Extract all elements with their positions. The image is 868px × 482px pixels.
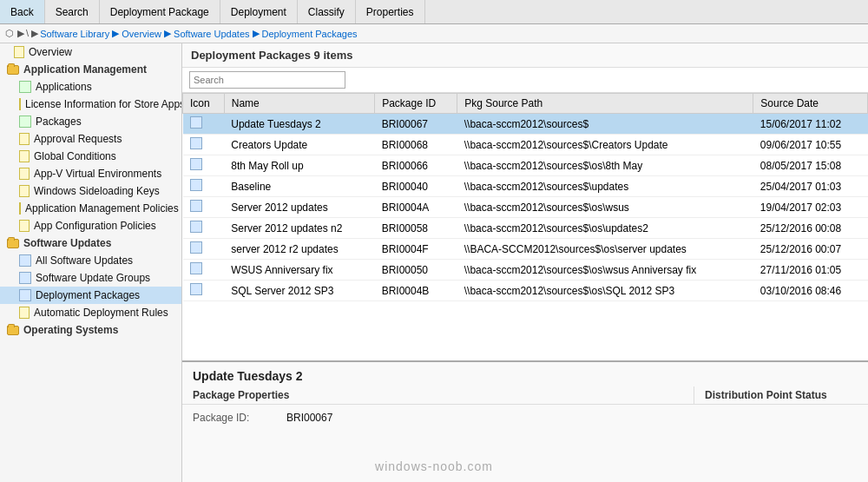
sidebar-label: Packages xyxy=(36,116,82,128)
table-row[interactable]: Update Tuesdays 2 BRI00067 \\baca-sccm20… xyxy=(183,114,868,135)
cell-name: Server 2012 updates xyxy=(224,197,374,218)
main-layout: OverviewApplication ManagementApplicatio… xyxy=(0,43,868,482)
cell-pkg-source-path: \\baca-sccm2012\sources$\os\wsus Anniver… xyxy=(457,260,753,281)
pkg-row-icon xyxy=(190,116,202,129)
cell-pkg-source-path: \\BACA-SCCM2012\sources$\os\server updat… xyxy=(457,239,753,260)
sidebar-item-appv-virtual[interactable]: App-V Virtual Environments xyxy=(0,165,181,182)
properties-button[interactable]: Properties xyxy=(356,0,425,23)
breadcrumb-overview[interactable]: Overview xyxy=(122,29,161,39)
breadcrumb-deployment-packages[interactable]: Deployment Packages xyxy=(262,29,358,39)
doc-icon xyxy=(19,307,30,319)
sidebar-item-all-sw-updates[interactable]: All Software Updates xyxy=(0,252,181,269)
col-name[interactable]: Name xyxy=(224,94,374,114)
sidebar-label: App-V Virtual Environments xyxy=(34,168,161,180)
cell-source-date: 25/12/2016 00:07 xyxy=(753,239,868,260)
cell-name: Baseline xyxy=(224,176,374,197)
table-row[interactable]: Creators Update BRI00068 \\baca-sccm2012… xyxy=(183,135,868,155)
doc-icon xyxy=(19,202,21,215)
breadcrumb: ⬡ ▶ \ ▶ Software Library ▶ Overview ▶ So… xyxy=(0,24,868,43)
sidebar-item-app-mgmt[interactable]: Application Management xyxy=(0,61,181,78)
pkg-row-icon xyxy=(190,262,202,274)
sidebar-item-global-cond[interactable]: Global Conditions xyxy=(0,148,181,165)
cell-pkg-source-path: \\baca-sccm2012\sources$ xyxy=(457,114,753,135)
sidebar-item-operating-systems[interactable]: Operating Systems xyxy=(0,321,181,339)
pkg-icon xyxy=(19,289,31,301)
breadcrumb-software-updates[interactable]: Software Updates xyxy=(174,29,249,39)
cell-name: Creators Update xyxy=(224,135,374,155)
col-pkg-source-path[interactable]: Pkg Source Path xyxy=(457,94,753,114)
col-package-id[interactable]: Package ID xyxy=(375,94,457,114)
sidebar-item-sw-update-groups[interactable]: Software Update Groups xyxy=(0,269,181,287)
folder-icon xyxy=(7,239,19,248)
cell-package-id: BRI0004B xyxy=(375,281,457,301)
cell-icon xyxy=(183,135,225,155)
sidebar-item-win-sideload[interactable]: Windows Sideloading Keys xyxy=(0,182,181,200)
sidebar-label: Software Updates xyxy=(23,237,111,249)
pkg-row-icon xyxy=(190,158,202,170)
doc-icon xyxy=(19,185,30,197)
table-row[interactable]: SQL Server 2012 SP3 BRI0004B \\baca-sccm… xyxy=(183,281,868,301)
sidebar-label: Approval Requests xyxy=(34,133,122,145)
table-row[interactable]: 8th May Roll up BRI00066 \\baca-sccm2012… xyxy=(183,155,868,176)
pkg-row-icon xyxy=(190,241,202,254)
bottom-panel-col2: Distribution Point Status xyxy=(694,386,868,404)
bottom-panel-cols: Package Properties Distribution Point St… xyxy=(182,386,868,405)
sidebar-item-applications[interactable]: Applications xyxy=(0,78,181,96)
col-source-date[interactable]: Source Date xyxy=(753,94,868,114)
sidebar-label: App Configuration Policies xyxy=(34,220,156,232)
sidebar-label: Windows Sideloading Keys xyxy=(34,185,160,197)
sidebar-item-app-mgmt-pol[interactable]: Application Management Policies xyxy=(0,200,181,217)
table-container: Icon Name Package ID Pkg Source Path Sou… xyxy=(182,93,868,360)
table-row[interactable]: Baseline BRI00040 \\baca-sccm2012\source… xyxy=(183,176,868,197)
sidebar-item-auto-deploy-rules[interactable]: Automatic Deployment Rules xyxy=(0,304,181,321)
packages-table: Icon Name Package ID Pkg Source Path Sou… xyxy=(182,93,868,301)
breadcrumb-software-library[interactable]: Software Library xyxy=(40,29,109,39)
cell-source-date: 08/05/2017 15:08 xyxy=(753,155,868,176)
cell-package-id: BRI0004A xyxy=(375,197,457,218)
cell-icon xyxy=(183,197,225,218)
doc-icon xyxy=(19,98,21,110)
cell-icon xyxy=(183,155,225,176)
sidebar-item-approval-req[interactable]: Approval Requests xyxy=(0,130,181,148)
col-icon[interactable]: Icon xyxy=(183,94,225,114)
cell-icon xyxy=(183,114,225,135)
cell-icon xyxy=(183,281,225,301)
deployment-button[interactable]: Deployment xyxy=(220,0,298,23)
back-button[interactable]: Back xyxy=(0,0,45,23)
cell-package-id: BRI00067 xyxy=(375,114,457,135)
pkg-row-icon xyxy=(190,221,202,233)
sidebar-item-packages[interactable]: Packages xyxy=(0,113,181,130)
sidebar-label: Overview xyxy=(29,46,72,58)
bottom-panel-col1: Package Properties xyxy=(182,386,694,404)
sidebar-item-sw-updates[interactable]: Software Updates xyxy=(0,234,181,252)
search-bar xyxy=(182,68,868,93)
cell-package-id: BRI00068 xyxy=(375,135,457,155)
sidebar-item-license-info[interactable]: License Information for Store Apps xyxy=(0,96,181,113)
search-input[interactable] xyxy=(189,71,345,89)
classify-button[interactable]: Classify xyxy=(298,0,356,23)
sidebar-label: Operating Systems xyxy=(23,324,118,336)
folder-icon xyxy=(7,326,19,335)
cell-icon xyxy=(183,239,225,260)
table-row[interactable]: Server 2012 updates n2 BRI00058 \\baca-s… xyxy=(183,218,868,239)
cell-source-date: 15/06/2017 11:02 xyxy=(753,114,868,135)
cell-package-id: BRI00058 xyxy=(375,218,457,239)
sidebar-label: Global Conditions xyxy=(34,150,116,162)
sidebar-item-app-config-pol[interactable]: App Configuration Policies xyxy=(0,217,181,234)
sidebar-item-deployment-pkgs[interactable]: Deployment Packages xyxy=(0,287,181,304)
cell-pkg-source-path: \\baca-sccm2012\sources$\os\8th May xyxy=(457,155,753,176)
table-row[interactable]: WSUS Anniversary fix BRI00050 \\baca-scc… xyxy=(183,260,868,281)
sidebar-label: Application Management xyxy=(23,63,147,76)
pkg-icon xyxy=(19,272,31,284)
table-row[interactable]: server 2012 r2 updates BRI0004F \\BACA-S… xyxy=(183,239,868,260)
deployment-package-button[interactable]: Deployment Package xyxy=(100,0,220,23)
folder-icon xyxy=(7,65,19,75)
table-row[interactable]: Server 2012 updates BRI0004A \\baca-sccm… xyxy=(183,197,868,218)
cell-icon xyxy=(183,260,225,281)
search-button[interactable]: Search xyxy=(45,0,100,23)
sidebar-label: Application Management Policies xyxy=(25,202,179,215)
cell-pkg-source-path: \\baca-sccm2012\sources$\Creators Update xyxy=(457,135,753,155)
prop-row: Package ID: BRI00067 xyxy=(193,410,858,426)
toolbar: Back Search Deployment Package Deploymen… xyxy=(0,0,868,24)
sidebar-item-overview[interactable]: Overview xyxy=(0,43,181,61)
